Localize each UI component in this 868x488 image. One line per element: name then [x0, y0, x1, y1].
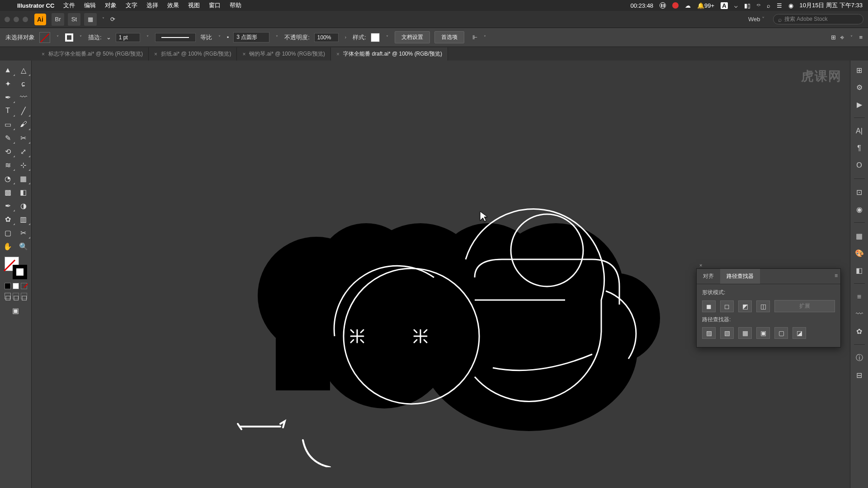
- gpu-button[interactable]: ⟳: [106, 13, 119, 26]
- menu-effect[interactable]: 效果: [163, 1, 184, 9]
- menu-view[interactable]: 视图: [184, 1, 204, 9]
- actions-icon[interactable]: ▶: [854, 99, 865, 110]
- menu-type[interactable]: 文字: [121, 1, 142, 9]
- brush-dropdown[interactable]: ˅: [274, 35, 280, 40]
- clock[interactable]: 10月15日 周五 下午7:33: [800, 1, 863, 9]
- lasso-tool[interactable]: ɕ: [16, 77, 32, 90]
- unite-button[interactable]: ◼: [702, 300, 716, 312]
- stroke-weight-dropdown[interactable]: ˅: [145, 35, 151, 40]
- blend-tool[interactable]: ◑: [16, 199, 32, 212]
- hand-tool[interactable]: ✋: [0, 239, 16, 253]
- fill-swatch[interactable]: [39, 32, 50, 43]
- stroke-weight-input[interactable]: 1 pt: [116, 33, 140, 42]
- tab-2[interactable]: ×钢的琴.ai* @ 100% (RGB/预览): [237, 47, 331, 61]
- properties-icon[interactable]: ⊞: [854, 64, 865, 76]
- menu-window[interactable]: 窗口: [204, 1, 225, 9]
- eyedropper-tool[interactable]: ✒: [0, 199, 16, 212]
- color-icon[interactable]: 🎨: [854, 247, 865, 259]
- arrange-button[interactable]: ▦: [84, 13, 97, 26]
- crop-button[interactable]: ▣: [756, 327, 770, 339]
- pathfinder-panel[interactable]: × 对齐 路径查找器 ≡ 形状模式: ◼ ◻ ◩ ◫ 扩展 路径查找器: ▨ ▧: [696, 268, 841, 347]
- spotlight-icon[interactable]: ⌕: [767, 2, 770, 9]
- minus-front-button[interactable]: ◻: [720, 300, 734, 312]
- panel-menu-icon[interactable]: ≡: [835, 272, 838, 279]
- shaper-tool[interactable]: ✎: [0, 131, 16, 145]
- rotate-tool[interactable]: ⟲: [0, 145, 16, 158]
- panel-menu-icon[interactable]: ≡: [859, 34, 863, 41]
- pen-tool[interactable]: ✒: [0, 90, 16, 104]
- appearance-icon[interactable]: ◉: [854, 203, 865, 215]
- menu-help[interactable]: 帮助: [225, 1, 246, 9]
- artboard-tool[interactable]: ▢: [0, 226, 16, 239]
- align-panel-icon[interactable]: ⊟: [854, 369, 865, 381]
- brushes-panel-icon[interactable]: 〰: [854, 308, 865, 320]
- style-swatch[interactable]: [371, 33, 380, 42]
- menu-edit[interactable]: 编辑: [80, 1, 100, 9]
- graph-tool[interactable]: ▥: [16, 212, 32, 226]
- info-icon[interactable]: ⓘ: [854, 352, 865, 364]
- window-controls[interactable]: [5, 17, 34, 22]
- preferences-button[interactable]: 首选项: [434, 31, 464, 43]
- width-tool[interactable]: ≋: [0, 158, 16, 172]
- selection-tool[interactable]: ▲: [0, 63, 16, 77]
- pause-icon[interactable]: [660, 2, 666, 9]
- expand-button[interactable]: 扩展: [774, 300, 835, 312]
- magic-wand-tool[interactable]: ✦: [0, 77, 16, 90]
- battery-icon[interactable]: ▮▯: [744, 2, 750, 9]
- opentype-icon[interactable]: O: [854, 160, 865, 171]
- merge-button[interactable]: ▦: [738, 327, 752, 339]
- draw-mode-row[interactable]: ◻◻◻: [0, 293, 31, 299]
- mesh-tool[interactable]: ▩: [0, 185, 16, 199]
- arrange-dropdown[interactable]: ˅: [100, 17, 106, 22]
- notification-icon[interactable]: 🔔99+: [697, 2, 714, 9]
- intersect-button[interactable]: ◩: [738, 300, 752, 312]
- scale-tool[interactable]: ⤢: [16, 145, 32, 158]
- libraries-icon[interactable]: ⚙: [854, 81, 865, 93]
- slice-tool[interactable]: ✂: [16, 226, 32, 239]
- swatches-icon[interactable]: ▦: [854, 230, 865, 242]
- outline-button[interactable]: ▢: [774, 327, 788, 339]
- close-icon[interactable]: ×: [42, 51, 45, 57]
- paintbrush-tool[interactable]: 🖌: [16, 117, 32, 131]
- minus-back-button[interactable]: ◪: [793, 327, 806, 339]
- style-dropdown[interactable]: ˅: [384, 35, 390, 40]
- tab-pathfinder[interactable]: 路径查找器: [720, 269, 760, 284]
- isolate-icon[interactable]: ⎆: [840, 34, 844, 41]
- stroke-panel-icon[interactable]: ≡: [854, 291, 865, 303]
- perspective-tool[interactable]: ▦: [16, 172, 32, 185]
- menu-object[interactable]: 对象: [100, 1, 121, 9]
- close-icon[interactable]: ×: [699, 263, 702, 268]
- transform-panel-icon[interactable]: ⊡: [854, 186, 865, 198]
- divide-button[interactable]: ▨: [702, 327, 716, 339]
- stroke-profile[interactable]: [155, 33, 196, 42]
- trim-button[interactable]: ▧: [720, 327, 734, 339]
- rectangle-tool[interactable]: ▭: [0, 117, 16, 131]
- type-tool[interactable]: T: [0, 104, 16, 117]
- paragraph-icon[interactable]: ¶: [854, 142, 865, 154]
- free-transform-tool[interactable]: ⊹: [16, 158, 32, 172]
- eraser-tool[interactable]: ✂: [16, 131, 32, 145]
- control-center-icon[interactable]: ☰: [777, 2, 782, 9]
- screen-mode-tool[interactable]: ▣: [9, 304, 23, 317]
- menu-file[interactable]: 文件: [59, 1, 80, 9]
- align-dropdown[interactable]: ˅: [482, 35, 488, 40]
- document-setup-button[interactable]: 文档设置: [395, 31, 430, 43]
- symbols-icon[interactable]: ✿: [854, 325, 865, 337]
- zoom-tool[interactable]: 🔍: [16, 239, 32, 253]
- search-input[interactable]: 搜索 Adobe Stock: [773, 14, 863, 24]
- opacity-input[interactable]: 100%: [314, 33, 339, 42]
- stroke-stepper-down[interactable]: ⌄: [106, 34, 111, 41]
- menu-select[interactable]: 选择: [142, 1, 163, 9]
- siri-icon[interactable]: ◉: [788, 2, 793, 9]
- symbol-sprayer-tool[interactable]: ✿: [0, 212, 16, 226]
- brush-input[interactable]: 3 点圆形: [233, 32, 269, 42]
- line-tool[interactable]: ╱: [16, 104, 32, 117]
- close-icon[interactable]: ×: [242, 51, 245, 57]
- workspace-switcher[interactable]: Web: [745, 14, 769, 24]
- stroke-profile-dropdown[interactable]: ˅: [217, 35, 222, 40]
- input-method-icon[interactable]: A: [721, 2, 727, 9]
- curvature-tool[interactable]: 〰: [16, 90, 32, 104]
- direct-selection-tool[interactable]: △: [16, 63, 32, 77]
- shape-builder-tool[interactable]: ◔: [0, 172, 16, 185]
- align-icon[interactable]: ⊩: [472, 34, 477, 41]
